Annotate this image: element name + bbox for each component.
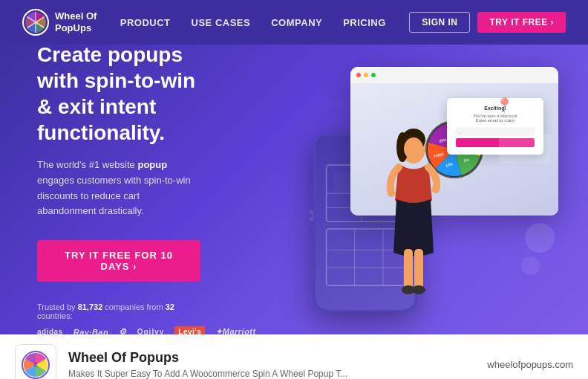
hero-visual: ⚙ — [306, 59, 558, 312]
float-circle2 — [521, 256, 540, 275]
hero-title: Create popups with spin-to-win & exit in… — [37, 45, 200, 146]
svg-point-30 — [404, 137, 423, 160]
nav-pricing[interactable]: PRICING — [343, 17, 386, 28]
svg-rect-32 — [414, 249, 423, 290]
svg-point-34 — [412, 285, 425, 294]
hero-cta-button[interactable]: TRY IT FREE FOR 10 DAYS › — [37, 240, 200, 282]
footer-info: Wheel Of Popups Makes It Super Easy To A… — [68, 350, 475, 379]
footer-logo-box — [15, 344, 56, 380]
header-buttons: SIGN IN TRY IT FREE › — [409, 12, 566, 33]
browser-dot-yellow — [364, 73, 368, 77]
girl-illustration — [365, 104, 462, 312]
svg-point-35 — [432, 186, 440, 193]
hero-section: Create popups with spin-to-win & exit in… — [0, 45, 588, 334]
girl-svg — [365, 104, 462, 312]
float-circle — [525, 223, 555, 253]
main-nav: PRODUCT USE CASES COMPANY PRICING — [120, 17, 386, 28]
browser-dot-green — [371, 73, 376, 77]
try-free-header-button[interactable]: TRY IT FREE › — [477, 12, 566, 33]
logo-text: Wheel Of PopUps — [55, 10, 97, 33]
browser-dot-red — [356, 73, 361, 77]
trust-logo-marriott: ✦Marriott — [215, 327, 255, 334]
header: Wheel Of PopUps PRODUCT USE CASES COMPAN… — [0, 0, 588, 45]
trust-section: Trusted by 81,732 companies from 32 coun… — [37, 302, 200, 334]
footer-desc: Makes It Super Easy To Add A Woocommerce… — [68, 369, 475, 379]
popup-card-subtitle: You've won a discountEnter email to clai… — [456, 114, 535, 123]
trust-logo-ogilvy: Ogilvy — [137, 328, 165, 334]
nav-product[interactable]: PRODUCT — [120, 17, 171, 28]
footer-logo-icon — [21, 350, 50, 380]
location-pin-icon: 📍 — [495, 97, 514, 114]
nav-use-cases[interactable]: USE CASES — [192, 17, 251, 28]
logo-icon — [22, 9, 49, 36]
nav-company[interactable]: COMPANY — [271, 17, 322, 28]
footer-strip: Wheel Of Popups Makes It Super Easy To A… — [0, 334, 588, 379]
trust-logos: adidas Ray·Ban ⚙ Ogilvy Levi's ✦Marriott — [37, 326, 200, 334]
float-card — [499, 134, 551, 163]
trust-logo-levis: Levi's — [174, 326, 205, 334]
logo[interactable]: Wheel Of PopUps — [22, 9, 97, 36]
trust-logo-adidas: adidas — [37, 328, 63, 334]
footer-title: Wheel Of Popups — [68, 350, 475, 366]
signin-button[interactable]: SIGN IN — [409, 12, 470, 33]
browser-bar — [350, 67, 558, 83]
trust-logo-rayban: Ray·Ban — [74, 328, 109, 334]
hero-subtitle: The world's #1 website popup engages cus… — [37, 158, 200, 219]
trust-logo-gem: ⚙ — [119, 327, 127, 334]
trust-text: Trusted by 81,732 companies from 32 coun… — [37, 302, 200, 320]
footer-url: wheelofpopups.com — [487, 359, 573, 370]
svg-rect-31 — [404, 249, 413, 290]
hero-content: Create popups with spin-to-win & exit in… — [0, 45, 238, 334]
